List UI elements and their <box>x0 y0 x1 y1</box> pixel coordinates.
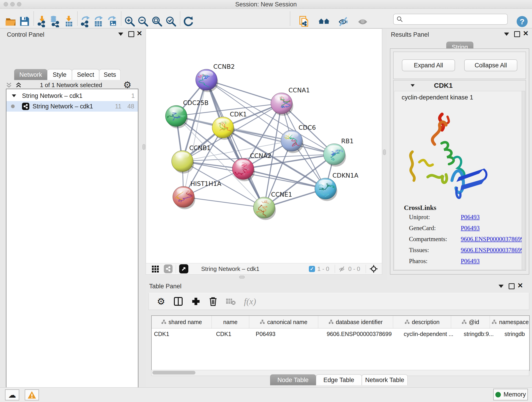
table-panel-menu-icon[interactable] <box>499 285 504 288</box>
table-scrollbar-thumb[interactable] <box>152 371 196 375</box>
apply-layout-icon[interactable] <box>182 15 194 27</box>
control-tab-sets[interactable]: Sets <box>99 69 120 80</box>
string-import-icon[interactable] <box>298 15 310 27</box>
results-scrollbar[interactable] <box>522 91 525 270</box>
export-table-icon[interactable] <box>92 15 104 27</box>
node-HIST1H1A[interactable]: HIST1H1A <box>173 180 222 209</box>
control-panel-close-icon[interactable]: ✕ <box>137 31 142 36</box>
edge-CCNE1-HIST1H1A[interactable] <box>184 197 264 208</box>
import-table-file-icon[interactable] <box>63 15 75 27</box>
export-network-icon[interactable] <box>79 15 91 27</box>
protein-structure-image <box>404 107 491 201</box>
table-panel-close-icon[interactable]: ✕ <box>517 283 523 288</box>
node-RB1[interactable]: RB1 <box>323 138 354 167</box>
zoom-fit-icon[interactable] <box>151 15 163 27</box>
control-panel-float-icon[interactable] <box>128 31 134 37</box>
network-options-gear-icon[interactable]: ⚙ <box>123 80 132 89</box>
network-view-type-icon[interactable] <box>164 264 172 273</box>
crosslink-link[interactable]: P06493 <box>461 214 480 221</box>
crosslink-link[interactable]: P06493 <box>461 225 480 232</box>
node-CCNA1[interactable]: CCNA1 <box>271 87 310 116</box>
edge-CCNB2-CCNE1[interactable] <box>206 80 264 208</box>
view-toolbar-divider <box>366 265 366 273</box>
import-network-file-icon[interactable] <box>36 15 48 27</box>
right-splitter-handle[interactable] <box>383 149 386 155</box>
edge-CCNB2-HIST1H1A[interactable] <box>184 80 206 197</box>
delete-column-icon[interactable] <box>209 297 217 306</box>
network-row-selected[interactable]: String Network – cdk1 11 48 <box>6 101 138 112</box>
node-CDC25B[interactable]: CDC25B <box>160 99 209 128</box>
crosslink-link[interactable]: P06493 <box>461 258 480 265</box>
column-header-namespace[interactable]: namespace <box>490 316 530 328</box>
column-header-name[interactable]: name <box>212 316 249 328</box>
browser-home-icon[interactable] <box>318 15 330 27</box>
save-session-icon[interactable] <box>19 15 31 27</box>
memory-button[interactable]: Memory <box>493 389 528 400</box>
table-cell: CDK1 <box>214 328 253 339</box>
node-CCNB2[interactable]: CCNB2 <box>192 63 235 92</box>
edge-CCNB2-RB1[interactable] <box>206 80 334 154</box>
table-options-gear-icon[interactable]: ⚙ <box>157 296 165 307</box>
control-tab-network[interactable]: Network <box>14 69 47 80</box>
node-table[interactable]: shared namenamecanonical namedatabase id… <box>151 315 530 371</box>
node-CDK1[interactable]: CDK1 <box>212 111 247 140</box>
expand-all-button[interactable]: Expand All <box>402 59 455 71</box>
status-bar: ☁ Memory <box>0 387 532 402</box>
column-header-description[interactable]: description <box>393 316 451 328</box>
add-column-icon[interactable] <box>191 297 201 306</box>
results-button-row: Expand All Collapse All <box>393 51 526 79</box>
zoom-out-icon[interactable] <box>137 15 149 27</box>
open-session-icon[interactable] <box>5 15 17 27</box>
help-button[interactable]: ? <box>517 16 528 27</box>
table-tab-edge-table[interactable]: Edge Table <box>316 375 362 385</box>
column-header-canonical-name[interactable]: canonical name <box>249 316 318 328</box>
hide-graphics-details-icon[interactable] <box>337 15 349 27</box>
string-results-container: Expand All Collapse All CDK1 cyclin-depe… <box>390 48 529 274</box>
table-cell: stringdb <box>502 328 530 339</box>
warnings-button[interactable] <box>25 389 39 400</box>
zoom-in-icon[interactable] <box>124 15 136 27</box>
cloud-status-button[interactable]: ☁ <box>5 389 19 400</box>
gene-entry-header[interactable]: CDK1 <box>394 80 526 90</box>
gene-collapse-icon[interactable] <box>411 84 415 87</box>
birds-eye-view-icon[interactable] <box>369 264 378 274</box>
column-header-shared-name[interactable]: shared name <box>152 316 212 328</box>
table-tab-network-table[interactable]: Network Table <box>362 375 408 385</box>
export-image-icon[interactable] <box>106 15 118 27</box>
results-panel-float-icon[interactable] <box>514 31 520 37</box>
search-field[interactable] <box>393 14 508 25</box>
grid-view-icon[interactable] <box>152 265 160 273</box>
collapse-all-networks-icon[interactable] <box>5 81 13 89</box>
string-network-graph[interactable]: CCNB2CCNA1CDC25BCDK1CDC6RB1CCNB1CCNA2CDK… <box>146 29 382 263</box>
node-CCNE1[interactable]: CCNE1 <box>253 191 292 220</box>
zoom-selected-icon[interactable] <box>165 15 177 27</box>
crosslinks-section: CrossLinks Uniprot:P06493GeneCard:P06493… <box>404 204 524 267</box>
network-collection-row[interactable]: String Network – cdk1 1 <box>6 90 138 101</box>
table-row[interactable]: CDK1CDK1P064939606.ENSP00000378699cyclin… <box>152 328 529 339</box>
search-input[interactable] <box>405 16 507 23</box>
crosslink-link[interactable]: 9606.ENSP00000378699 <box>461 236 524 243</box>
node-CDKN1A[interactable]: CDKN1A <box>315 172 359 201</box>
crosslink-link[interactable]: 9606.ENSP00000378699 <box>461 247 524 254</box>
show-columns-icon[interactable] <box>173 297 183 306</box>
left-splitter-handle[interactable] <box>143 144 145 150</box>
bottom-splitter-handle[interactable] <box>239 276 245 279</box>
network-canvas[interactable]: CCNB2CCNA1CDC25BCDK1CDC6RB1CCNB1CCNA2CDK… <box>146 28 382 264</box>
table-panel-float-icon[interactable] <box>509 283 515 289</box>
control-tab-style[interactable]: Style <box>47 69 72 80</box>
table-tab-node-table[interactable]: Node Table <box>270 375 316 385</box>
open-in-browser-icon[interactable] <box>179 264 188 274</box>
column-header-database-identifier[interactable]: database identifier <box>318 316 393 328</box>
collapse-all-button[interactable]: Collapse All <box>464 59 517 71</box>
selected-indicator-checkbox[interactable]: ✓ <box>309 266 315 272</box>
collection-expand-icon[interactable] <box>12 95 16 97</box>
column-header-@id[interactable]: @id <box>451 316 490 328</box>
import-network-database-icon[interactable] <box>49 15 61 27</box>
results-panel-close-icon[interactable]: ✕ <box>523 31 529 36</box>
edge-CCNA2-CDKN1A[interactable] <box>243 169 326 189</box>
expand-all-networks-icon[interactable] <box>15 81 22 89</box>
control-tab-select[interactable]: Select <box>72 69 99 80</box>
control-panel-menu-icon[interactable] <box>118 32 123 36</box>
network-selection-status: 1 of 1 Network selected <box>22 82 120 89</box>
results-panel-menu-icon[interactable] <box>504 32 509 36</box>
